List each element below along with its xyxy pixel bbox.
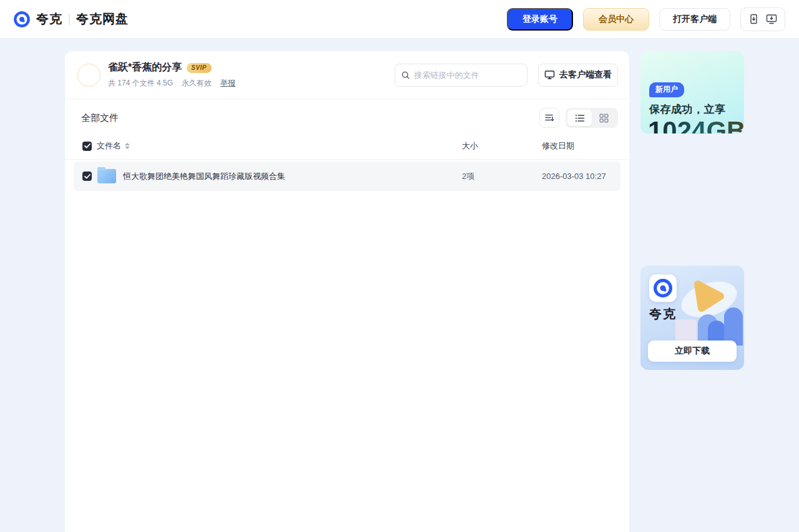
- brand-product-name: 夸克网盘: [76, 11, 129, 27]
- download-now-button[interactable]: 立即下载: [648, 341, 737, 362]
- brand-divider: [69, 14, 70, 25]
- topbar-actions: 登录账号 会员中心 打开客户端: [507, 7, 785, 31]
- view-in-client-button[interactable]: 去客户端查看: [538, 64, 618, 87]
- monitor-icon: [544, 70, 555, 80]
- view-mode-toggle: [566, 108, 618, 128]
- validity-text: 永久有效: [182, 78, 212, 89]
- right-sidebar: 新用户 保存成功，立享 1024GB 夸克: [640, 51, 744, 532]
- share-meta: 共 174 个文件 4.5G 永久有效 举报: [108, 78, 235, 89]
- page-body: 雀跃*香蕉的分享 SVIP 共 174 个文件 4.5G 永久有效 举报: [0, 39, 799, 532]
- file-size: 2项: [462, 171, 542, 182]
- file-modified-date: 2026-03-03 10:27: [542, 172, 612, 181]
- grid-view-button[interactable]: [592, 110, 616, 126]
- promo-illustration: [670, 271, 744, 346]
- check-icon: [84, 143, 91, 148]
- search-icon: [401, 70, 409, 80]
- svip-badge: SVIP: [187, 63, 212, 73]
- brand[interactable]: 夸克 夸克网盘: [14, 11, 129, 27]
- file-name[interactable]: 恒大歌舞团绝美艳舞国风舞蹈珍藏版视频合集: [123, 171, 462, 182]
- file-row[interactable]: 恒大歌舞团绝美艳舞国风舞蹈珍藏版视频合集 2项 2026-03-03 10:27: [74, 162, 620, 191]
- sharer-avatar: [77, 64, 100, 87]
- quark-logo-icon: [14, 11, 30, 27]
- select-all-checkbox[interactable]: [82, 142, 92, 151]
- desktop-download-icon[interactable]: [766, 14, 777, 24]
- row-checkbox[interactable]: [82, 172, 92, 181]
- share-title: 雀跃*香蕉的分享: [108, 61, 182, 74]
- app-download-card[interactable]: 夸克 立即下载: [640, 266, 744, 370]
- download-apps-group: [740, 7, 785, 31]
- quark-logo-icon: [654, 279, 672, 297]
- name-sort-carets[interactable]: [125, 143, 130, 149]
- share-panel: 雀跃*香蕉的分享 SVIP 共 174 个文件 4.5G 永久有效 举报: [65, 51, 629, 532]
- new-user-promo-banner[interactable]: 新用户 保存成功，立享 1024GB: [640, 51, 744, 133]
- sort-icon: [544, 114, 554, 122]
- share-header-actions: 去客户端查看: [395, 64, 618, 87]
- promo-storage-amount: 1024GB: [648, 116, 744, 133]
- brand-name: 夸克: [36, 11, 62, 27]
- folder-icon: [97, 169, 116, 183]
- open-client-button[interactable]: 打开客户端: [659, 8, 730, 31]
- promo-text: 保存成功，立享: [649, 102, 735, 117]
- file-toolbar: 全部文件: [65, 99, 629, 135]
- view-controls: [539, 108, 618, 128]
- search-input[interactable]: [414, 70, 521, 80]
- section-title: 全部文件: [81, 112, 119, 124]
- topbar: 夸克 夸克网盘 登录账号 会员中心 打开客户端: [0, 0, 799, 39]
- login-button[interactable]: 登录账号: [507, 8, 573, 31]
- list-view-icon: [575, 114, 585, 122]
- new-user-badge: 新用户: [649, 82, 684, 97]
- view-in-client-label: 去客户端查看: [559, 69, 612, 80]
- grid-view-icon: [599, 114, 609, 123]
- report-link[interactable]: 举报: [220, 78, 235, 89]
- file-count-text: 共 174 个文件 4.5G: [108, 78, 173, 89]
- search-box[interactable]: [395, 64, 527, 87]
- list-view-button[interactable]: [567, 110, 592, 126]
- sort-button[interactable]: [539, 108, 559, 128]
- share-header: 雀跃*香蕉的分享 SVIP 共 174 个文件 4.5G 永久有效 举报: [65, 51, 629, 99]
- column-name-label: 文件名: [97, 140, 121, 152]
- vip-center-button[interactable]: 会员中心: [583, 8, 649, 31]
- check-icon: [84, 174, 91, 179]
- mobile-download-icon[interactable]: [748, 14, 759, 24]
- column-modified-label: 修改日期: [542, 140, 612, 152]
- column-size-label: 大小: [462, 140, 542, 152]
- share-info: 雀跃*香蕉的分享 SVIP 共 174 个文件 4.5G 永久有效 举报: [108, 61, 235, 89]
- file-table-header: 文件名 大小 修改日期: [65, 135, 629, 160]
